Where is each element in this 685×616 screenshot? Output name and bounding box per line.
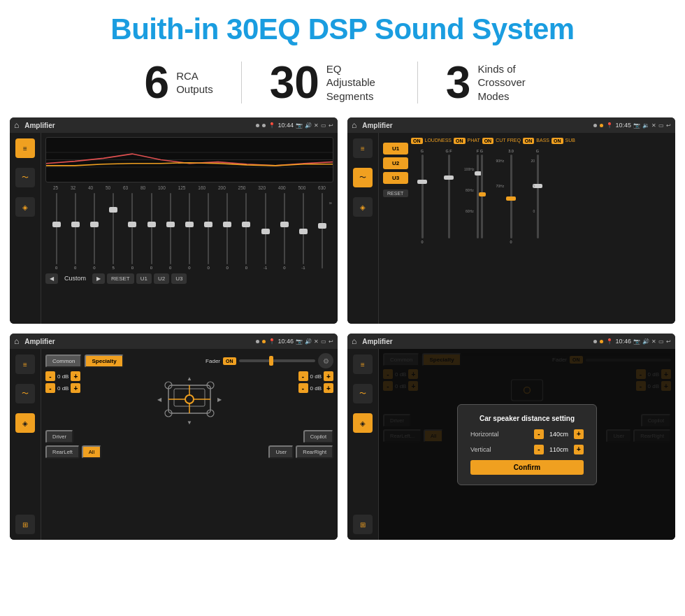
u1-btn[interactable]: U1 — [383, 143, 408, 155]
speaker-icon-4[interactable]: ◈ — [353, 413, 373, 433]
eq-screen-title: Amplifier — [24, 122, 253, 129]
freq-100: 100 — [158, 185, 166, 190]
horizontal-plus-btn[interactable]: + — [574, 429, 584, 439]
svg-text:▲: ▲ — [187, 375, 192, 382]
all-btn[interactable]: All — [82, 445, 101, 459]
waveform-icon-3[interactable]: 〜 — [15, 384, 35, 403]
fader-label: Fader — [206, 358, 220, 364]
eq-slider-5[interactable]: 0 — [147, 193, 157, 270]
freq-200: 200 — [218, 185, 226, 190]
u3-btn[interactable]: U3 — [383, 172, 408, 184]
speaker-icon-3[interactable]: ◈ — [15, 413, 35, 433]
vertical-minus-btn[interactable]: - — [534, 445, 544, 454]
left-db-controls: - 0 dB + - 0 dB + — [45, 371, 80, 427]
speaker-icon-2[interactable]: ◈ — [353, 197, 373, 217]
expand-icon[interactable]: ⊞ — [15, 515, 35, 534]
fader-main-content: Common Specialty Fader ON ⚙ - 0 dB — [41, 349, 338, 540]
db-minus-1[interactable]: - — [45, 371, 55, 381]
eq-icon-3[interactable]: ≡ — [15, 354, 35, 374]
rearright-btn[interactable]: RearRight — [296, 445, 333, 459]
eq-slider-7[interactable]: 0 — [185, 193, 194, 270]
back-icon-3[interactable]: ↩ — [329, 338, 333, 345]
eq-icon-4[interactable]: ≡ — [353, 354, 373, 374]
eq-slider-6[interactable]: 0 — [166, 193, 175, 270]
back-icon-2[interactable]: ↩ — [666, 122, 671, 129]
eq-slider-0[interactable]: 0 — [52, 193, 62, 270]
eq-prev-button[interactable]: ◀ — [45, 273, 58, 284]
phat-channel: G F — [438, 149, 460, 240]
eq-slider-8[interactable]: 0 — [203, 193, 213, 270]
close-icon-3: ✕ — [314, 338, 319, 345]
db-minus-3[interactable]: - — [298, 371, 308, 381]
eq-slider-12[interactable]: 0 — [280, 193, 289, 270]
dialog-status-bar: ⌂ Amplifier 📍 10:46 📷 🔊 ✕ ▭ ↩ — [347, 334, 675, 349]
eq-u2-button[interactable]: U2 — [154, 273, 169, 284]
eq-slider-9[interactable]: 0 — [222, 193, 232, 270]
eq-slider-10[interactable]: 0 — [241, 193, 251, 270]
eq-slider-14[interactable] — [317, 193, 327, 270]
copilot-btn[interactable]: Copilot — [303, 430, 333, 443]
crossover-status-bar: ⌂ Amplifier 📍 10:45 📷 🔉 ✕ ▭ ↩ — [347, 117, 675, 133]
home-icon[interactable]: ⌂ — [14, 120, 19, 130]
db-plus-2[interactable]: + — [71, 383, 80, 393]
minimize-icon-2: ▭ — [658, 122, 664, 129]
dialog-status-icons: 📍 10:46 📷 🔊 ✕ ▭ ↩ — [606, 338, 671, 345]
u2-btn[interactable]: U2 — [383, 157, 408, 169]
eq-u1-button[interactable]: U1 — [136, 273, 152, 284]
volume-icon-3: 🔊 — [305, 338, 312, 345]
vertical-value: 110cm — [547, 446, 571, 453]
eq-icon[interactable]: ≡ — [15, 138, 35, 158]
eq-slider-13[interactable]: -1 — [298, 193, 308, 270]
svg-text:◀: ◀ — [157, 396, 162, 403]
rearleft-btn[interactable]: RearLeft — [45, 445, 80, 459]
waveform-icon-4[interactable]: 〜 — [353, 384, 373, 403]
eq-slider-11[interactable]: -1 — [261, 193, 271, 270]
horizontal-minus-btn[interactable]: - — [534, 429, 544, 439]
home-icon-4[interactable]: ⌂ — [352, 336, 356, 346]
fader-on-badge[interactable]: ON — [223, 357, 236, 365]
db-minus-2[interactable]: - — [45, 383, 55, 393]
sub-channel: G 20 5 0 — [526, 149, 549, 240]
eq-icon-2[interactable]: ≡ — [353, 138, 373, 158]
freq-40: 40 — [88, 185, 93, 190]
pin-icon: 📍 — [268, 122, 275, 129]
vertical-plus-btn[interactable]: + — [574, 445, 584, 454]
db-minus-4[interactable]: - — [298, 383, 308, 393]
user-btn[interactable]: User — [268, 445, 294, 459]
pin-icon-2: 📍 — [606, 122, 613, 129]
db-plus-3[interactable]: + — [324, 371, 333, 381]
eq-u3-button[interactable]: U3 — [171, 273, 187, 284]
eq-expand-arrows[interactable]: » — [329, 200, 332, 206]
eq-custom-label: Custom — [60, 273, 90, 284]
freq-50: 50 — [106, 185, 110, 190]
stat-rca-number: 6 — [145, 60, 170, 105]
common-tab[interactable]: Common — [45, 354, 82, 368]
eq-slider-3[interactable]: 5 — [108, 193, 118, 270]
eq-next-button[interactable]: ▶ — [92, 273, 105, 284]
fader-bottom-buttons: Driver Copilot — [45, 430, 333, 443]
confirm-button[interactable]: Confirm — [470, 460, 584, 475]
db-val-2: 0 dB — [57, 385, 68, 392]
db-plus-4[interactable]: + — [324, 383, 333, 393]
speaker-icon[interactable]: ◈ — [15, 197, 35, 217]
waveform-icon-2[interactable]: 〜 — [353, 168, 373, 187]
dialog-time: 10:46 — [615, 338, 631, 345]
crossover-reset-btn[interactable]: RESET — [383, 189, 408, 197]
back-icon[interactable]: ↩ — [329, 122, 333, 129]
eq-slider-2[interactable]: 0 — [89, 193, 99, 270]
dot-5 — [256, 340, 259, 343]
crossover-body: ≡ 〜 ◈ U1 U2 U3 RESET ON LOUDNESS — [347, 133, 675, 324]
home-icon-3[interactable]: ⌂ — [14, 336, 19, 346]
eq-slider-4[interactable]: 0 — [127, 193, 137, 270]
settings-icon[interactable]: ⚙ — [318, 353, 333, 368]
specialty-tab[interactable]: Specialty — [85, 354, 123, 368]
waveform-icon[interactable]: 〜 — [15, 168, 35, 187]
expand-icon-2[interactable]: ⊞ — [353, 515, 373, 534]
eq-reset-button[interactable]: RESET — [107, 273, 134, 284]
back-icon-4[interactable]: ↩ — [666, 338, 671, 345]
eq-slider-1[interactable]: 0 — [71, 193, 80, 270]
driver-btn[interactable]: Driver — [45, 430, 73, 443]
dialog-title: Car speaker distance setting — [470, 415, 584, 422]
home-icon-2[interactable]: ⌂ — [352, 120, 356, 130]
db-plus-1[interactable]: + — [71, 371, 80, 381]
